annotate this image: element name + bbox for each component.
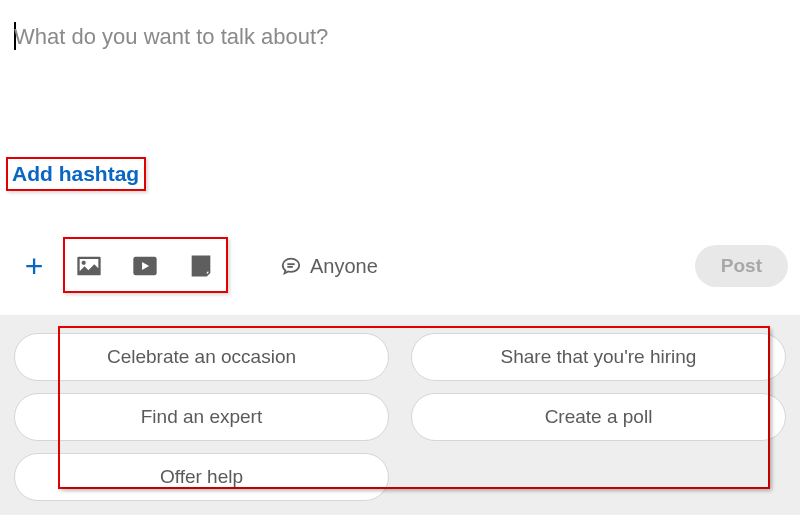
suggestion-chip-hiring[interactable]: Share that you're hiring bbox=[411, 333, 786, 381]
add-document-button[interactable] bbox=[184, 249, 218, 283]
add-hashtag-link[interactable]: Add hashtag bbox=[10, 160, 141, 188]
visibility-label: Anyone bbox=[310, 255, 378, 278]
suggestion-chip-expert[interactable]: Find an expert bbox=[14, 393, 389, 441]
add-video-button[interactable] bbox=[128, 249, 162, 283]
suggestion-chip-help[interactable]: Offer help bbox=[14, 453, 389, 501]
suggestion-chip-poll[interactable]: Create a poll bbox=[411, 393, 786, 441]
suggestion-panel: Celebrate an occasion Share that you're … bbox=[0, 315, 800, 515]
visibility-selector[interactable]: Anyone bbox=[280, 255, 378, 278]
toolbar: + Anyone bbox=[14, 246, 378, 286]
video-icon bbox=[131, 252, 159, 280]
add-more-button[interactable]: + bbox=[14, 246, 54, 286]
comment-icon bbox=[280, 255, 302, 277]
suggestion-chip-celebrate[interactable]: Celebrate an occasion bbox=[14, 333, 389, 381]
document-icon bbox=[187, 252, 215, 280]
post-button[interactable]: Post bbox=[695, 245, 788, 287]
composer-area[interactable] bbox=[14, 24, 786, 106]
media-icon-group bbox=[72, 249, 218, 283]
add-photo-button[interactable] bbox=[72, 249, 106, 283]
plus-icon: + bbox=[25, 250, 44, 282]
photo-icon bbox=[75, 252, 103, 280]
composer-input[interactable] bbox=[14, 24, 786, 102]
